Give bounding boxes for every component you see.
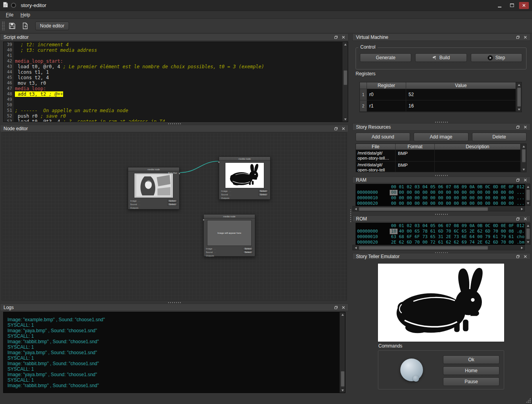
script-editor-area[interactable]: 39 ; t2: increment 440 ; t3: current med… bbox=[3, 42, 348, 122]
generate-button[interactable]: Generate bbox=[360, 53, 411, 62]
float-panel-button[interactable] bbox=[515, 178, 520, 182]
node-editor-toggle-button[interactable]: Node editor bbox=[35, 22, 69, 30]
close-panel-icon[interactable] bbox=[523, 254, 528, 258]
scroll-right-arrow[interactable] bbox=[519, 245, 525, 251]
ram-hscrollbar[interactable] bbox=[352, 206, 525, 211]
minimize-button[interactable] bbox=[495, 2, 505, 9]
scroll-up-arrow[interactable] bbox=[340, 312, 345, 317]
window-resize-grip[interactable] bbox=[526, 398, 531, 403]
logs-view[interactable]: Image: "example.bmp" , Sound: "choose1.s… bbox=[3, 312, 345, 393]
ram-titlebar[interactable]: RAM bbox=[352, 177, 530, 183]
add-sound-button[interactable]: Add sound bbox=[356, 133, 410, 141]
scrollbar-thumb[interactable] bbox=[517, 87, 521, 107]
close-panel-icon[interactable] bbox=[341, 35, 346, 39]
scroll-up-arrow[interactable] bbox=[525, 223, 531, 228]
splitter-columns[interactable] bbox=[349, 207, 352, 225]
float-panel-button[interactable] bbox=[515, 125, 520, 129]
float-panel-button[interactable] bbox=[333, 305, 338, 309]
resources-titlebar[interactable]: Story Resources bbox=[352, 123, 530, 131]
home-button[interactable]: Home bbox=[443, 366, 499, 375]
maximize-button[interactable] bbox=[507, 2, 517, 9]
input-port[interactable] bbox=[218, 161, 220, 163]
media-node-1[interactable]: media node Image … Select Sound … Select bbox=[128, 167, 180, 209]
ram-vscrollbar[interactable] bbox=[525, 184, 530, 206]
vm-titlebar[interactable]: Virtual Machine bbox=[352, 33, 530, 41]
scroll-down-arrow[interactable] bbox=[525, 201, 531, 206]
window-titlebar[interactable]: story-editor ✕ bbox=[0, 0, 532, 11]
export-button[interactable] bbox=[20, 21, 31, 31]
emulator-titlebar[interactable]: Story Teller Emulator bbox=[352, 253, 530, 260]
ok-button[interactable]: Ok bbox=[443, 355, 499, 364]
logs-titlebar[interactable]: Logs bbox=[0, 304, 349, 311]
input-port[interactable] bbox=[203, 219, 205, 221]
scroll-right-arrow[interactable] bbox=[519, 206, 525, 212]
close-button[interactable]: ✕ bbox=[519, 2, 529, 9]
register-row[interactable]: 1 r0 52 bbox=[360, 89, 516, 100]
scrollbar-thumb[interactable] bbox=[343, 70, 347, 85]
float-panel-button[interactable] bbox=[333, 35, 338, 39]
close-panel-icon[interactable] bbox=[523, 217, 528, 221]
node-select-sound-button[interactable]: Select bbox=[243, 251, 253, 254]
media-node-2[interactable]: media node Image bbox=[219, 157, 271, 200]
scrollbar-thumb[interactable] bbox=[359, 246, 488, 250]
resources-scrollbar[interactable] bbox=[521, 144, 526, 172]
float-panel-button[interactable] bbox=[515, 35, 520, 39]
scroll-down-arrow[interactable] bbox=[340, 388, 345, 393]
scrollbar-thumb[interactable] bbox=[359, 207, 488, 211]
scroll-up-arrow[interactable] bbox=[343, 42, 348, 47]
logs-scrollbar[interactable] bbox=[340, 312, 345, 393]
add-image-button[interactable]: Add image bbox=[414, 133, 468, 141]
register-row[interactable]: 2 r1 16 bbox=[360, 100, 516, 112]
float-panel-button[interactable] bbox=[515, 217, 520, 221]
close-panel-icon[interactable] bbox=[523, 178, 528, 182]
scroll-up-arrow[interactable] bbox=[516, 82, 522, 87]
scroll-up-arrow[interactable] bbox=[521, 144, 527, 149]
build-button[interactable]: Build bbox=[415, 53, 467, 62]
scroll-down-arrow[interactable] bbox=[343, 117, 348, 122]
float-panel-button[interactable] bbox=[333, 126, 338, 131]
node-titlebar[interactable]: media node bbox=[219, 157, 270, 161]
scroll-down-arrow[interactable] bbox=[521, 167, 527, 172]
close-panel-icon[interactable] bbox=[341, 126, 346, 131]
node-select-sound-button[interactable]: Select bbox=[167, 203, 177, 206]
node-select-image-button[interactable]: Select bbox=[258, 189, 268, 193]
float-panel-button[interactable] bbox=[515, 254, 520, 258]
wheel-knob[interactable] bbox=[400, 359, 423, 381]
menu-help[interactable]: Help bbox=[17, 11, 34, 18]
registers-scrollbar[interactable] bbox=[516, 82, 521, 112]
rom-titlebar[interactable]: ROM bbox=[352, 215, 530, 222]
rom-hscrollbar[interactable] bbox=[352, 245, 525, 250]
close-panel-icon[interactable] bbox=[523, 125, 528, 129]
hex-byte[interactable]: 00 bbox=[390, 190, 398, 195]
scrollbar-thumb[interactable] bbox=[526, 228, 530, 239]
media-node-3[interactable]: media node Image will appear here Image … bbox=[203, 214, 255, 257]
node-canvas[interactable]: media node Image … Select Sound … Select bbox=[2, 133, 347, 300]
node-select-sound-button[interactable]: Select bbox=[258, 193, 268, 196]
node-select-image-button[interactable]: Select bbox=[243, 247, 253, 250]
scroll-down-arrow[interactable] bbox=[516, 107, 522, 112]
hex-byte[interactable]: 10 bbox=[390, 229, 398, 234]
ram-hex[interactable]: 000102030405060708090A0B0C0D0E0F01234567… bbox=[356, 184, 525, 206]
output-port[interactable] bbox=[178, 173, 180, 175]
scroll-left-arrow[interactable] bbox=[353, 245, 358, 251]
node-titlebar[interactable]: media node bbox=[204, 215, 255, 218]
script-editor-titlebar[interactable]: Script editor bbox=[0, 33, 349, 41]
resource-row[interactable]: /mnt/data/git/ open-story-tell… BMP bbox=[356, 150, 521, 162]
scroll-left-arrow[interactable] bbox=[353, 206, 358, 212]
close-panel-icon[interactable] bbox=[341, 305, 346, 309]
save-button[interactable] bbox=[7, 21, 18, 31]
rom-vscrollbar[interactable] bbox=[525, 223, 530, 245]
delete-button[interactable]: Delete bbox=[472, 133, 527, 141]
close-panel-icon[interactable] bbox=[523, 35, 528, 39]
node-select-image-button[interactable]: Select bbox=[167, 199, 177, 202]
resource-row[interactable]: /mnt/data/git/ open-story-tell BMP bbox=[356, 162, 521, 172]
rom-hex[interactable]: 000102030405060708090A0B0C0D0E0F01234567… bbox=[356, 223, 525, 245]
scrollbar-thumb[interactable] bbox=[526, 189, 530, 200]
pause-button[interactable]: Pause bbox=[443, 377, 499, 386]
menu-file[interactable]: File bbox=[2, 11, 17, 18]
scroll-up-arrow[interactable] bbox=[525, 184, 531, 189]
toolbar-drag-handle[interactable] bbox=[2, 22, 5, 30]
scroll-down-arrow[interactable] bbox=[525, 240, 531, 244]
script-editor-scrollbar[interactable] bbox=[342, 42, 348, 122]
step-button[interactable]: Step bbox=[471, 53, 522, 62]
